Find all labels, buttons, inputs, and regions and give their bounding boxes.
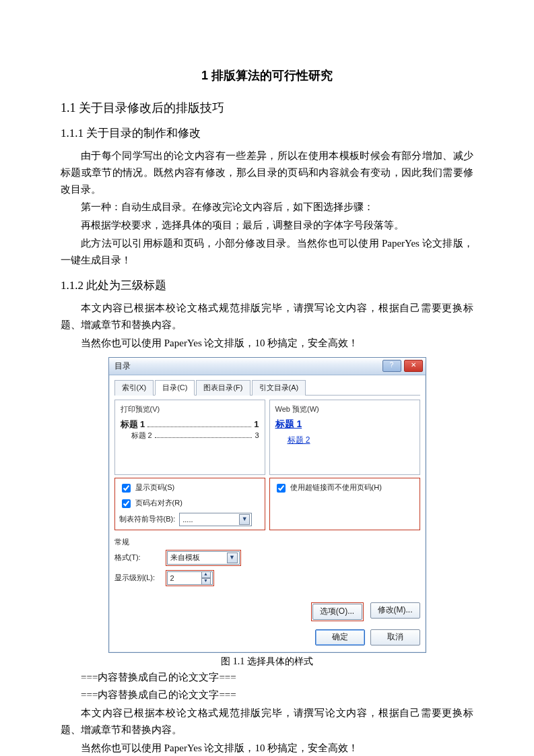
web-h1: 标题 1 [275,418,414,431]
section-1-1: 1.1 关于目录修改后的排版技巧 [61,100,473,116]
levels-spinner[interactable]: 2 ▲ ▼ [167,571,213,585]
use-hyperlink-checkbox[interactable] [277,484,286,493]
levels-label: 显示级别(L): [114,573,162,583]
chevron-up-icon[interactable]: ▲ [201,571,211,578]
general-label: 常规 [114,537,420,547]
format-label: 格式(T): [114,553,162,563]
right-options: 使用超链接而不使用页码(H) [269,478,420,530]
right-align-check[interactable]: 页码右对齐(R) [119,497,261,510]
chevron-down-icon: ▼ [239,514,250,525]
paragraph: 由于每个同学写出的论文内容有一些差异，所以在使用本模板时候会有部分增加、减少标题… [61,148,473,197]
format-dropdown[interactable]: 来自模板 ▼ [167,551,240,565]
paragraph: 再根据学校要求，选择具体的项目；最后，调整目录的字体字号段落等。 [61,217,473,234]
format-value: 来自模板 [170,553,200,563]
chevron-down-icon: ▼ [227,553,238,563]
toc-h1-page: 1 [254,419,259,429]
tab-leader-label: 制表符前导符(B): [119,514,176,524]
print-preview-label: 打印预览(V) [121,404,259,414]
chevron-down-icon[interactable]: ▼ [201,578,211,585]
section-1-1-2: 1.1.2 此处为三级标题 [61,278,473,293]
paragraph: 此方法可以引用标题和页码，小部分修改目录。当然你也可以使用 PaperYes 论… [61,235,473,269]
paragraph: 当然你也可以使用 PaperYes 论文排版，10 秒搞定，安全高效！ [61,740,473,757]
ok-button[interactable]: 确定 [315,629,365,645]
figure-caption-1-1: 图 1.1 选择具体的样式 [61,656,473,668]
options-button[interactable]: 选项(O)... [312,604,362,620]
levels-value: 2 [170,574,174,582]
right-align-label: 页码右对齐(R) [135,499,182,507]
paragraph: 本文内容已根据本校论文格式规范排版完毕，请撰写论文内容，根据自己需要更换标题、增… [61,300,473,334]
right-align-checkbox[interactable] [122,499,131,508]
chapter-title: 1 排版算法的可行性研究 [61,67,473,84]
toc-h1-label: 标题 1 [121,418,145,431]
print-preview-box: 打印预览(V) 标题 1 1 标题 2 3 [114,400,265,475]
show-pagenum-checkbox[interactable] [122,484,131,493]
toc-h2-page: 3 [255,431,259,439]
tab-leader-dropdown[interactable]: ..... ▼ [179,513,252,526]
use-hyperlink-check[interactable]: 使用超链接而不使用页码(H) [274,482,415,495]
web-preview-label: Web 预览(W) [275,404,414,414]
show-pagenum-label: 显示页码(S) [135,483,175,491]
paragraph: ===内容替换成自己的论文文字=== [61,687,473,703]
use-hyperlink-label: 使用超链接而不使用页码(H) [290,483,382,491]
left-options: 显示页码(S) 页码右对齐(R) 制表符前导符(B): ..... ▼ [114,478,265,530]
paragraph: 第一种：自动生成目录。在修改完论文内容后，如下图选择步骤： [61,199,473,216]
modify-button[interactable]: 修改(M)... [370,602,420,619]
close-button[interactable]: ✕ [404,360,423,372]
tab-toc[interactable]: 目录(C) [155,380,195,396]
cancel-button[interactable]: 取消 [370,629,420,645]
dialog-title-text: 目录 [114,360,131,372]
web-h2: 标题 2 [288,435,414,446]
paragraph: 本文内容已根据本校论文格式规范排版完毕，请撰写论文内容，根据自己需要更换标题、增… [61,705,473,738]
section-1-1-1: 1.1.1 关于目录的制作和修改 [61,125,473,141]
tab-leader-value: ..... [182,515,193,524]
tab-citations[interactable]: 引文目录(A) [252,380,306,396]
paragraph: 当然你也可以使用 PaperYes 论文排版，10 秒搞定，安全高效！ [61,335,473,352]
paragraph: ===内容替换成自己的论文文字=== [61,669,473,686]
toc-h2-label: 标题 2 [131,431,152,441]
web-preview-box: Web 预览(W) 标题 1 标题 2 [269,400,420,475]
tab-figures[interactable]: 图表目录(F) [196,380,250,396]
dialog-titlebar[interactable]: 目录 ? ✕ [109,358,426,375]
toc-dialog: 目录 ? ✕ 索引(X) 目录(C) 图表目录(F) 引文目录(A) 打印预览(… [108,357,426,653]
help-button[interactable]: ? [382,360,401,372]
tab-index[interactable]: 索引(X) [114,380,154,396]
show-pagenum-check[interactable]: 显示页码(S) [119,482,261,495]
